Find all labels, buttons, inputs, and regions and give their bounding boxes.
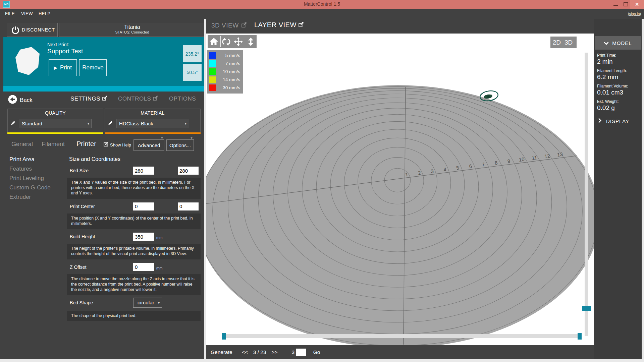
chevron-down-icon: ▼: [190, 136, 193, 140]
sign-in-link[interactable]: (sign in): [628, 12, 641, 16]
model-section-button[interactable]: MODEL: [595, 36, 641, 50]
tab-printer[interactable]: Printer: [76, 140, 96, 148]
menu-view[interactable]: VIEW: [21, 11, 33, 16]
print-center-x-input[interactable]: [133, 202, 154, 210]
mode-2d-button[interactable]: 2D: [553, 39, 561, 46]
tab-3d-view[interactable]: 3D VIEW: [211, 22, 247, 29]
range-slider-right-handle[interactable]: [578, 333, 582, 340]
layer-slider-handle[interactable]: [582, 306, 591, 311]
tab-filament[interactable]: Filament: [42, 141, 65, 148]
settings-tabs-row: General Filament Printer Show Help Advan…: [3, 137, 205, 153]
disconnect-button[interactable]: DISCONNECT: [7, 23, 58, 37]
show-help-label: Show Help: [110, 142, 131, 147]
generate-button[interactable]: Generate: [211, 349, 232, 355]
layer-number-input[interactable]: 3: [290, 349, 306, 356]
z-offset-input[interactable]: [133, 263, 154, 271]
printer-selector[interactable]: Titania STATUS: Connected: [59, 23, 205, 37]
control-panel: DISCONNECT Titania STATUS: Connected Nex…: [3, 22, 205, 359]
options-dropdown-button[interactable]: Options... ▼: [166, 139, 194, 151]
display-section-button[interactable]: DISPLAY: [598, 118, 629, 124]
part-thumbnail[interactable]: [15, 47, 41, 77]
menu-file[interactable]: FILE: [5, 11, 15, 16]
next-print-label: Next Print:: [47, 42, 69, 47]
show-help-checkbox[interactable]: Show Help: [104, 142, 131, 147]
material-dropdown[interactable]: HDGlass-Black ▼: [116, 119, 189, 128]
edit-pencil-icon[interactable]: [10, 120, 16, 127]
bed-shape-dropdown[interactable]: circular ▼: [133, 298, 162, 308]
stat-label: Est. Weight:: [597, 99, 628, 104]
quality-dropdown[interactable]: Standard ▼: [19, 119, 92, 128]
settings-nav-print-area[interactable]: Print Area: [9, 156, 63, 163]
layer-view-canvas[interactable]: 12345678910111213: [206, 34, 594, 345]
minimize-button[interactable]: [611, 0, 621, 9]
stat-value: 6.2 mm: [597, 73, 628, 81]
settings-tab[interactable]: SETTINGS: [70, 96, 107, 102]
rotate-icon: [222, 37, 231, 46]
stat-filament-length: Filament Length: 6.2 mm: [597, 68, 628, 81]
advanced-dropdown-button[interactable]: Advanced ▼: [133, 139, 164, 151]
bed-size-row: Bed Size: [67, 166, 201, 176]
back-label: Back: [20, 97, 33, 104]
close-button[interactable]: ✕: [630, 0, 644, 9]
model-side-panel: MODEL Print Time: 2 min Filament Length:…: [594, 19, 642, 359]
rotate-view-button[interactable]: [220, 36, 232, 47]
menu-help[interactable]: HELP: [39, 11, 51, 16]
settings-nav-features[interactable]: Features: [9, 166, 63, 172]
maximize-icon: [624, 2, 628, 6]
print-center-row: Print Center: [67, 201, 201, 212]
layer-number-value: 3: [290, 349, 296, 356]
settings-nav-print-leveling[interactable]: Print Leveling: [9, 175, 63, 182]
next-layer-button[interactable]: >>: [272, 349, 278, 355]
svg-text:10: 10: [519, 156, 525, 163]
next-print-name: Support Test: [47, 48, 83, 55]
back-button[interactable]: Back: [8, 95, 33, 106]
go-button[interactable]: Go: [313, 349, 320, 355]
legend-row: 5 mm/s: [209, 51, 241, 59]
settings-nav-custom-gcode[interactable]: Custom G-Code: [9, 184, 63, 191]
legend-row: 10 mm/s: [209, 67, 241, 75]
layer-range-slider-track[interactable]: [224, 334, 580, 338]
print-center-y-input[interactable]: [178, 202, 199, 210]
print-button[interactable]: ▶ Print: [49, 59, 77, 76]
controls-tab[interactable]: CONTROLS: [118, 96, 158, 102]
bed-size-help: The X and Y values of the size of the pr…: [67, 178, 201, 199]
adjust-height-button[interactable]: [245, 36, 257, 47]
settings-nav-extruder[interactable]: Extruder: [9, 194, 63, 200]
move-view-button[interactable]: [232, 36, 245, 47]
stat-est-weight: Est. Weight: 0.02 g: [597, 99, 628, 112]
home-view-button[interactable]: [208, 36, 220, 47]
build-height-input[interactable]: [133, 233, 154, 241]
progress-strip: [3, 86, 205, 92]
tab-layer-view[interactable]: LAYER VIEW: [254, 21, 304, 29]
tab-general[interactable]: General: [11, 141, 33, 148]
options-tab[interactable]: OPTIONS: [169, 96, 196, 102]
extruder-temperature[interactable]: 235.2°: [183, 45, 202, 62]
panel-splitter[interactable]: [204, 19, 206, 359]
bed-size-y-input[interactable]: [178, 167, 199, 175]
menu-bar: FILE VIEW HELP (sign in): [0, 9, 644, 19]
mode-3d-button[interactable]: 3D: [563, 38, 574, 47]
speed-color-swatch: [209, 60, 216, 67]
bed-temperature[interactable]: 50.5°: [183, 64, 202, 81]
remove-button[interactable]: Remove: [79, 59, 107, 76]
view-header: 3D VIEW LAYER VIEW: [206, 19, 594, 34]
layer-slider-track[interactable]: [585, 53, 588, 336]
move-icon: [234, 37, 243, 46]
range-slider-left-handle[interactable]: [222, 333, 226, 340]
remove-label: Remove: [82, 64, 103, 71]
maximize-button[interactable]: [621, 0, 631, 9]
printer-status: STATUS: Connected: [59, 30, 205, 34]
play-icon: ▶: [54, 65, 57, 70]
chevron-down-icon: ▼: [157, 298, 160, 308]
panel-nav-row: Back SETTINGS CONTROLS OPTIONS: [3, 92, 205, 107]
settings-nav-list: Print Area Features Print Leveling Custo…: [9, 156, 63, 203]
edit-pencil-icon[interactable]: [108, 120, 113, 127]
stat-filament-volume: Filament Volume: 0.01 cm3: [597, 84, 628, 96]
display-label: DISPLAY: [606, 118, 629, 124]
chevron-down-icon: ▼: [160, 136, 164, 140]
bed-size-x-input[interactable]: [133, 167, 154, 175]
home-icon: [209, 37, 218, 46]
stat-value: 0.02 g: [597, 104, 628, 112]
previous-layer-button[interactable]: <<: [242, 349, 248, 355]
model-stats: Print Time: 2 min Filament Length: 6.2 m…: [597, 53, 628, 115]
